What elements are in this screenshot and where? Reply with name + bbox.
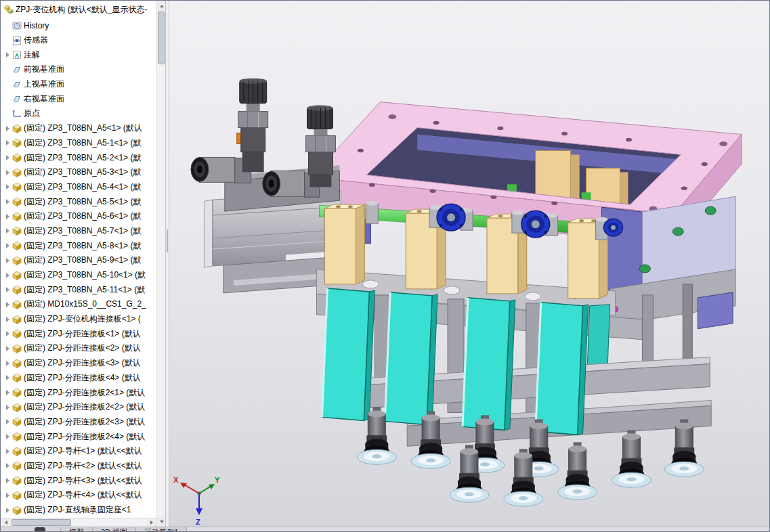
statusbar-icon[interactable]: [35, 527, 45, 531]
tree-item[interactable]: (固定) ZP3_T08BN_A5-2<1> (默: [1, 150, 156, 165]
tree-item-label: 传感器: [24, 35, 48, 46]
part-icon: [12, 506, 24, 515]
tree-item[interactable]: (固定) ZP3_T08BN_A5-11<1> (默: [1, 282, 156, 297]
expand-arrow-icon[interactable]: [3, 121, 12, 136]
tree-item[interactable]: (固定) ZP3_T08BN_A5-6<1> (默: [1, 209, 156, 224]
suction-cup[interactable]: [558, 442, 597, 500]
tree-item[interactable]: (固定) ZPJ-导杆<1> (默认<<默认: [1, 444, 156, 459]
tree-item-label: (固定) ZPJ-直线轴承固定座<1: [24, 504, 131, 516]
tree-item[interactable]: (固定) MD10x15S_0__CS1_G_2_: [1, 297, 156, 312]
expand-arrow-icon[interactable]: [3, 341, 12, 356]
graphics-viewport[interactable]: X Y Z: [169, 1, 769, 527]
expand-arrow-icon[interactable]: [3, 180, 12, 195]
tree-item[interactable]: (固定) ZP3_T08BN_A5-10<1> (默: [1, 268, 156, 283]
expand-arrow-icon[interactable]: [3, 238, 12, 253]
horizontal-scrollbar-thumb[interactable]: [12, 519, 71, 526]
tree-item[interactable]: (固定) ZPJ-导杆<2> (默认<<默认: [1, 459, 156, 474]
tree-item[interactable]: (固定) ZPJ-分距连接板<1> (默认: [1, 326, 156, 341]
part-icon: [12, 388, 24, 397]
expand-arrow-icon[interactable]: [3, 194, 12, 209]
tree-vertical-scrollbar[interactable]: [156, 1, 165, 527]
statusbar-filler: [187, 527, 769, 531]
tree-item[interactable]: (固定) ZP3_T08BN_A5-4<1> (默: [1, 180, 156, 195]
expand-arrow-icon[interactable]: [3, 459, 12, 474]
tree-item[interactable]: 传感器: [1, 33, 156, 48]
tree-horizontal-scrollbar[interactable]: [1, 518, 156, 527]
part-icon: [12, 329, 24, 338]
expand-arrow-icon[interactable]: [3, 503, 12, 518]
tab-motion-study[interactable]: 运动算例1: [136, 527, 187, 531]
expand-arrow-icon[interactable]: [3, 297, 12, 312]
tab-model[interactable]: 模型: [60, 527, 93, 531]
part-icon: [12, 344, 24, 353]
tree-item[interactable]: A注解: [1, 47, 156, 62]
expand-arrow-icon[interactable]: [3, 282, 12, 297]
tree-item[interactable]: (固定) ZPJ-分距连接板2<2> (默认: [1, 400, 156, 415]
tree-item[interactable]: (固定) ZPJ-直线轴承固定座<1: [1, 503, 156, 518]
expand-arrow-icon[interactable]: [3, 268, 12, 283]
expand-arrow-icon[interactable]: [3, 312, 12, 327]
tree-item[interactable]: 右视基准面: [1, 91, 156, 106]
expand-arrow-icon[interactable]: [3, 488, 12, 503]
expand-arrow-icon[interactable]: [3, 253, 12, 268]
tree-item[interactable]: (固定) ZPJ-变位机构连接板<1> (: [1, 312, 156, 327]
expand-arrow-icon[interactable]: [3, 444, 12, 459]
expand-arrow-icon[interactable]: [3, 415, 12, 430]
tree-item[interactable]: (固定) ZPJ-分距连接板2<4> (默认: [1, 429, 156, 444]
tree-item[interactable]: (固定) ZP3_T08BN_A5-8<1> (默: [1, 238, 156, 253]
expand-arrow-icon[interactable]: [3, 356, 12, 371]
tree-item[interactable]: (固定) ZPJ-分距连接板2<3> (默认: [1, 415, 156, 430]
tree-item[interactable]: (固定) ZP3_T08BN_A5-5<1> (默: [1, 194, 156, 209]
vertical-scrollbar-thumb[interactable]: [158, 12, 165, 64]
tree-item[interactable]: (固定) ZPJ-分距连接板<3> (默认: [1, 356, 156, 371]
pneumatic-fittings[interactable]: [191, 79, 340, 211]
annotations-icon: A: [12, 50, 24, 60]
tree-item[interactable]: (固定) ZP3_T08BN_A5<1> (默认: [1, 121, 156, 136]
right-side-panels[interactable]: [602, 196, 736, 328]
expand-arrow-icon[interactable]: [3, 224, 12, 239]
part-icon: [12, 153, 24, 162]
part-icon: [12, 417, 24, 426]
tree-item[interactable]: History: [1, 18, 156, 33]
tree-item[interactable]: 前视基准面: [1, 62, 156, 77]
assembly-3d-view[interactable]: [169, 1, 769, 527]
expand-arrow-icon[interactable]: [3, 326, 12, 341]
triangle-right-icon: [150, 520, 153, 525]
y-axis-label: Y: [215, 476, 220, 484]
flanged-bearing: [437, 204, 465, 231]
tree-item[interactable]: (固定) ZP3_T08BN_A5-3<1> (默: [1, 165, 156, 180]
tree-item[interactable]: 原点: [1, 106, 156, 121]
expand-arrow-icon: [3, 18, 12, 33]
expand-arrow-icon[interactable]: [3, 47, 12, 62]
tree-item[interactable]: (固定) ZPJ-分距连接板<4> (默认: [1, 371, 156, 386]
tree-item[interactable]: (固定) ZPJ-分距连接板2<1> (默认: [1, 385, 156, 400]
triangle-down-icon: [160, 520, 164, 523]
scroll-right-button[interactable]: [146, 518, 156, 527]
expand-arrow-icon[interactable]: [3, 150, 12, 165]
expand-arrow-icon[interactable]: [3, 473, 12, 488]
expand-arrow-icon[interactable]: [3, 165, 12, 180]
tree-root-label: ZPJ-变位机构 (默认<默认_显示状态-: [16, 4, 147, 16]
expand-arrow-icon[interactable]: [3, 400, 12, 415]
expand-arrow-icon[interactable]: [3, 385, 12, 400]
tree-item[interactable]: 上视基准面: [1, 77, 156, 92]
tree-item[interactable]: (固定) ZP3_T08BN_A5-7<1> (默: [1, 224, 156, 239]
tree-item[interactable]: (固定) ZPJ-导杆<3> (默认<<默认: [1, 473, 156, 488]
suction-cup[interactable]: [612, 430, 651, 487]
tree-root-assembly[interactable]: ZPJ-变位机构 (默认<默认_显示状态-: [1, 1, 156, 18]
tab-3d-views[interactable]: 3D 视图: [93, 527, 136, 531]
expand-arrow-icon[interactable]: [3, 209, 12, 224]
tree-item[interactable]: (固定) ZP3_T08BN_A5-1<1> (默: [1, 136, 156, 151]
tree-item-label: (固定) ZP3_T08BN_A5-4<1> (默: [24, 181, 141, 193]
tree-item[interactable]: (固定) ZPJ-导杆<4> (默认<<默认: [1, 488, 156, 503]
expand-arrow-icon[interactable]: [3, 371, 12, 386]
part-icon: [12, 447, 24, 456]
expand-arrow-icon[interactable]: [3, 429, 12, 444]
expand-arrow-icon[interactable]: [3, 136, 12, 151]
part-icon: [12, 197, 24, 206]
cyan-plate: [322, 288, 375, 420]
tree-item[interactable]: (固定) ZP3_T08BN_A5-9<1> (默: [1, 253, 156, 268]
tree-item[interactable]: (固定) ZPJ-分距连接板<2> (默认: [1, 341, 156, 356]
flanged-bearing: [521, 210, 550, 238]
scroll-left-button[interactable]: [1, 518, 11, 527]
